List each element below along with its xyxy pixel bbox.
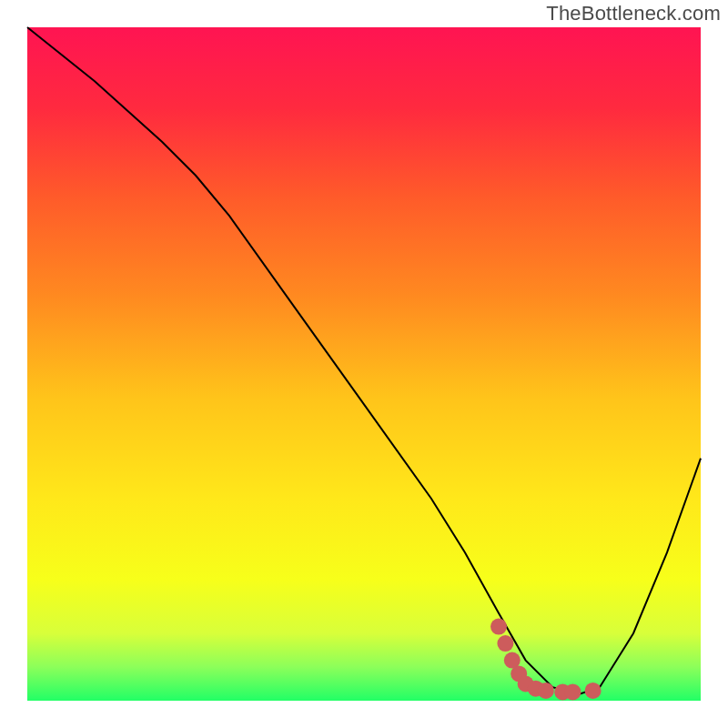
marker-dot (538, 682, 554, 699)
marker-dot (490, 619, 507, 635)
marker-dot (497, 635, 513, 652)
bottleneck-chart (0, 0, 728, 728)
watermark-label: TheBottleneck.com (546, 2, 721, 25)
marker-dot (564, 683, 581, 700)
plot-background (27, 27, 701, 701)
marker-dot (585, 682, 602, 699)
chart-frame: TheBottleneck.com (0, 0, 728, 728)
